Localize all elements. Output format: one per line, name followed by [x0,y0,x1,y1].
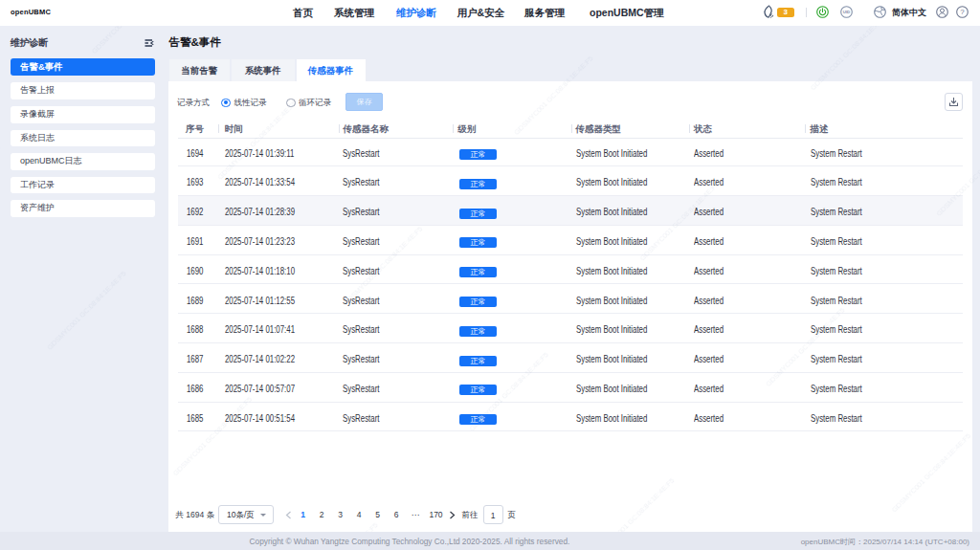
svg-text:UID: UID [843,10,851,14]
svg-text:?: ? [960,8,965,16]
